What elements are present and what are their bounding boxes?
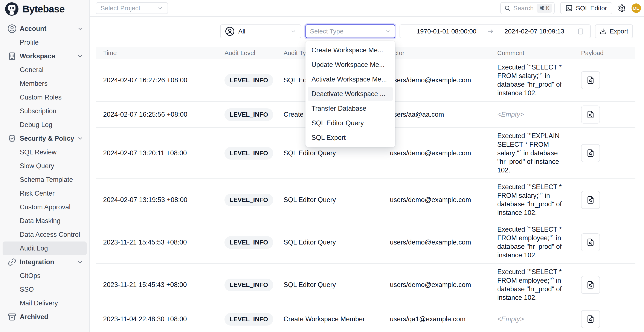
- actor-cell: users/demo@example.com: [382, 72, 490, 88]
- sidebar-item-sql-review[interactable]: SQL Review: [2, 146, 87, 159]
- audit-level-cell: LEVEL_INFO: [217, 70, 276, 91]
- payload-view-button[interactable]: [581, 71, 600, 89]
- actor-filter-value: All: [238, 28, 245, 35]
- sidebar-item-schema-template[interactable]: Schema Template: [2, 173, 87, 186]
- payload-view-button[interactable]: [581, 144, 600, 162]
- sidebar-item-label: Mail Delivery: [20, 299, 58, 307]
- audit-level-cell: LEVEL_INFO: [217, 190, 276, 210]
- date-range-end: 2024-02-07 18:09:13: [494, 28, 575, 35]
- payload-view-button[interactable]: [581, 276, 600, 294]
- payload-view-button[interactable]: [581, 191, 600, 209]
- actor-cell: users/demo@example.com: [382, 234, 490, 251]
- time-cell: 2024-02-07 16:25:56 +08:00: [96, 106, 217, 123]
- type-menu-item-create-workspace-me[interactable]: Create Workspace Me...: [308, 43, 393, 57]
- topbar: Select Project Search ⌘ K SQL Editor: [90, 0, 644, 17]
- sidebar-item-gitops[interactable]: GitOps: [2, 269, 87, 283]
- type-menu-item-sql-export[interactable]: SQL Export: [308, 130, 393, 145]
- sidebar-item-label: Data Access Control: [20, 231, 80, 238]
- building-icon: [7, 51, 17, 61]
- sidebar-item-subscription[interactable]: Subscription: [2, 104, 87, 118]
- sidebar-item-data-masking[interactable]: Data Masking: [2, 214, 87, 228]
- actor-cell: users/demo@example.com: [382, 277, 490, 293]
- shield-check-icon: [7, 134, 17, 143]
- sidebar-item-mail-delivery[interactable]: Mail Delivery: [2, 296, 87, 310]
- comment-cell: <Empty>: [490, 106, 574, 123]
- file-search-icon: [586, 195, 595, 204]
- type-filter-placeholder: Select Type: [310, 28, 344, 35]
- export-label: Export: [610, 28, 628, 35]
- calendar-icon: [577, 28, 584, 35]
- sidebar-item-label: Custom Roles: [20, 94, 62, 101]
- column-header-comment: Comment: [490, 49, 574, 57]
- sidebar-item-account[interactable]: Account: [2, 22, 87, 36]
- table-row: 2024-02-07 13:19:53 +08:00LEVEL_INFOSQL …: [96, 179, 636, 221]
- comment-cell: Executed `"SELECT * FROM employee;"` in …: [490, 221, 574, 263]
- sidebar-item-archived[interactable]: Archived: [2, 310, 87, 324]
- sidebar-item-label: Schema Template: [20, 176, 73, 183]
- sidebar-item-debug-log[interactable]: Debug Log: [2, 118, 87, 132]
- sidebar-item-slow-query[interactable]: Slow Query: [2, 159, 87, 173]
- search-shortcut-badge: ⌘ K: [536, 4, 552, 13]
- type-filter-menu: Create Workspace Me...Update Workspace M…: [306, 41, 395, 147]
- sidebar-item-sso[interactable]: SSO: [2, 283, 87, 296]
- avatar[interactable]: DE: [632, 3, 641, 13]
- sidebar-item-workspace[interactable]: Workspace: [2, 49, 87, 63]
- audit-level-cell: LEVEL_INFO: [217, 104, 276, 125]
- date-range-picker[interactable]: 1970-01-01 08:00:00 2024-02-07 18:09:13: [400, 24, 591, 38]
- terminal-icon: [566, 4, 573, 12]
- type-menu-item-deactivate-workspace[interactable]: Deactivate Workspace ...: [308, 87, 393, 101]
- bytebase-logo-icon: [5, 2, 18, 16]
- sidebar-item-data-access-control[interactable]: Data Access Control: [2, 228, 87, 241]
- chevron-down-icon: [77, 25, 83, 32]
- user-circle-icon: [225, 26, 235, 36]
- download-icon: [600, 28, 606, 35]
- sql-editor-button[interactable]: SQL Editor: [560, 2, 612, 14]
- column-header-time: Time: [96, 49, 217, 57]
- type-menu-item-sql-editor-query[interactable]: SQL Editor Query: [308, 116, 393, 130]
- search-input[interactable]: Search ⌘ K: [500, 2, 555, 14]
- sidebar-item-audit-log[interactable]: Audit Log: [2, 241, 87, 255]
- sidebar-item-custom-approval[interactable]: Custom Approval: [2, 200, 87, 214]
- audit-type-cell: SQL Editor Query: [276, 234, 382, 251]
- sidebar-item-general[interactable]: General: [2, 63, 87, 77]
- actor-filter-dropdown[interactable]: All: [220, 24, 301, 38]
- comment-cell: Executed `"EXPLAIN SELECT * FROM salary;…: [490, 128, 574, 178]
- sidebar-item-custom-roles[interactable]: Custom Roles: [2, 91, 87, 104]
- gear-icon[interactable]: [618, 4, 626, 12]
- payload-cell: [574, 140, 636, 166]
- export-button[interactable]: Export: [595, 24, 633, 38]
- time-cell: 2024-02-07 16:27:26 +08:00: [96, 72, 217, 88]
- search-icon: [504, 5, 510, 11]
- type-filter-dropdown[interactable]: Select Type: [306, 24, 395, 38]
- audit-type-cell: SQL Editor Query: [276, 145, 382, 161]
- sidebar-item-label: Slow Query: [20, 162, 54, 170]
- sidebar-item-label: SQL Review: [20, 149, 56, 156]
- sidebar-item-security-policy[interactable]: Security & Policy: [2, 132, 87, 146]
- column-header-payload: Payload: [574, 49, 636, 57]
- topbar-right: Search ⌘ K SQL Editor DE: [500, 2, 641, 14]
- payload-view-button[interactable]: [581, 106, 600, 124]
- brand-name: Bytebase: [22, 3, 65, 15]
- payload-view-button[interactable]: [581, 310, 600, 328]
- payload-view-button[interactable]: [581, 233, 600, 251]
- file-search-icon: [586, 76, 595, 85]
- audit-level-badge: LEVEL_INFO: [224, 279, 273, 291]
- audit-level-cell: LEVEL_INFO: [217, 232, 276, 253]
- brand-logo[interactable]: Bytebase: [0, 0, 89, 18]
- sidebar-item-members[interactable]: Members: [2, 77, 87, 91]
- type-menu-item-activate-workspace-me[interactable]: Activate Workspace Me...: [308, 72, 393, 87]
- type-menu-item-transfer-database[interactable]: Transfer Database: [308, 101, 393, 116]
- type-menu-item-update-workspace-me[interactable]: Update Workspace Me...: [308, 57, 393, 72]
- sidebar-item-profile[interactable]: Profile: [2, 36, 87, 49]
- file-search-icon: [586, 238, 595, 247]
- time-cell: 2023-11-04 22:48:30 +08:00: [96, 311, 217, 327]
- actor-cell: users/demo@example.com: [382, 145, 490, 161]
- payload-cell: [574, 272, 636, 298]
- archive-icon: [7, 312, 17, 322]
- sidebar-item-integration[interactable]: Integration: [2, 255, 87, 269]
- select-project-dropdown[interactable]: Select Project: [96, 2, 168, 14]
- sidebar-item-label: Workspace: [20, 52, 55, 60]
- payload-cell: [574, 306, 636, 332]
- sidebar-item-risk-center[interactable]: Risk Center: [2, 186, 87, 200]
- link-icon: [7, 257, 17, 267]
